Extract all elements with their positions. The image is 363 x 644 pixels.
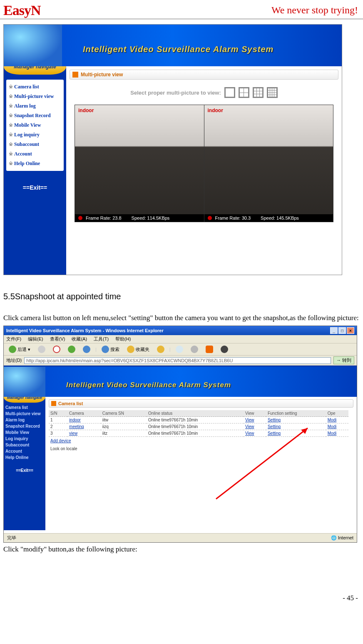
section-bar: Camera list: [49, 399, 353, 408]
sidebar-item-multi-picture[interactable]: Multi-picture view: [5, 411, 45, 417]
sidebar-item-mobile-view[interactable]: Mobile View: [5, 429, 45, 436]
section-title: Multi-picture view: [81, 72, 123, 78]
app-banner: Intelligent Video Surveillance Alarm Sys…: [4, 25, 342, 66]
record-icon: [208, 216, 212, 220]
cell-camsn: iizq: [101, 423, 147, 430]
modify-link[interactable]: Modi: [328, 431, 337, 436]
col-ope: Ope: [326, 410, 348, 417]
record-icon: [78, 216, 82, 220]
sidebar-item-alarm-log[interactable]: Alarm log: [5, 417, 45, 423]
cell-status: Online time976671h 10min: [147, 423, 244, 430]
stop-button[interactable]: [50, 344, 63, 354]
cell-sn: 2: [49, 423, 67, 430]
sidebar-item-account[interactable]: Account: [5, 448, 45, 454]
sidebar-item-subaccount[interactable]: Subaccount: [8, 140, 62, 149]
add-device: Add device: [50, 439, 352, 443]
search-button[interactable]: 搜索: [99, 344, 122, 354]
exit-button[interactable]: ==Exit==: [4, 184, 66, 191]
camera-link[interactable]: view: [69, 431, 77, 436]
view-link[interactable]: View: [245, 418, 254, 422]
table-row: 1 indoor iitw Online time976671h 10min V…: [49, 417, 348, 423]
table-row: 2 meeting iizq Online time976671h 10min …: [49, 423, 348, 430]
close-button[interactable]: ×: [347, 327, 354, 334]
section-icon: [72, 72, 78, 78]
menu-favorites[interactable]: 收藏(A): [72, 336, 87, 342]
cell-camsn: iitz: [101, 430, 147, 437]
menu-file[interactable]: 文件(F): [6, 336, 21, 342]
favorites-button[interactable]: 收藏夹: [124, 344, 152, 354]
taobao-button[interactable]: [203, 344, 216, 354]
sidebar-item-help-online[interactable]: Help Online: [8, 159, 62, 168]
sidebar-item-subaccount[interactable]: Subaccount: [5, 442, 45, 448]
setting-link[interactable]: Setting: [268, 431, 281, 436]
video-cell-2[interactable]: indoor Frame Rate: 30.3 Speed: 145.5KBps: [204, 105, 333, 222]
modify-link[interactable]: Modi: [328, 424, 337, 429]
history-button[interactable]: [154, 344, 167, 354]
modify-link[interactable]: Modi: [328, 418, 337, 422]
mail-button[interactable]: [173, 344, 186, 354]
paragraph-1: Click camera list button on left menu,se…: [3, 311, 360, 325]
menu-edit[interactable]: 编辑(E): [28, 336, 43, 342]
sidebar-item-camera-list[interactable]: Camera list: [5, 404, 45, 411]
back-icon: [9, 346, 16, 353]
sidebar-item-log-inquiry[interactable]: Log inquiry: [5, 436, 45, 442]
cell-camsn: iitw: [101, 417, 147, 423]
sidebar-menu: Camera list Multi-picture view Alarm log…: [6, 80, 64, 171]
setting-link[interactable]: Setting: [268, 418, 281, 422]
section-icon: [51, 401, 56, 406]
print-button[interactable]: [188, 344, 201, 354]
home-button[interactable]: [80, 344, 93, 354]
browser-content: Intelligent Video Surveillance Alarm Sys…: [4, 366, 357, 533]
stop-icon: [53, 346, 60, 353]
toolbar: 后退 ▾ | 搜索 收藏夹 |: [4, 343, 357, 356]
sidebar-item-mobile-view[interactable]: Mobile View: [8, 120, 62, 130]
paragraph-2: Click "modify" button,as the following p…: [3, 543, 360, 556]
select-label: Select proper multi-picture to view:: [130, 90, 221, 96]
minimize-button[interactable]: _: [330, 327, 338, 334]
maximize-button[interactable]: □: [338, 327, 346, 334]
url-field[interactable]: http://app.ipcam.hk/html/en/main.asp?sec…: [24, 357, 331, 364]
forward-button[interactable]: [35, 344, 48, 354]
sidebar-item-log-inquiry[interactable]: Log inquiry: [8, 130, 62, 140]
grid-1-button[interactable]: [224, 87, 235, 98]
refresh-button[interactable]: [65, 344, 78, 354]
setting-link[interactable]: Setting: [268, 424, 281, 429]
camera-label: indoor: [208, 108, 223, 113]
figure-camera-list-browser: Intelligent Video Surveillance Alarm Sys…: [3, 326, 357, 543]
mail-icon: [176, 346, 183, 353]
view-link[interactable]: View: [245, 424, 254, 429]
section-bar: Multi-picture view: [70, 70, 338, 80]
search-icon: [102, 346, 109, 353]
sidebar-item-snapshot-record[interactable]: Snapshot Record: [5, 423, 45, 429]
view-link[interactable]: View: [245, 431, 254, 436]
cell-status: Online time976671h 10min: [147, 417, 244, 423]
video-cell-1[interactable]: indoor Frame Rate: 23.8 Speed: 114.5KBps: [75, 105, 204, 222]
col-view: View: [244, 410, 266, 417]
menu-tools[interactable]: 工具(T): [94, 336, 109, 342]
grid-4-button[interactable]: [239, 87, 249, 98]
sidebar-item-snapshot-record[interactable]: Snapshot Record: [8, 111, 62, 120]
sidebar-item-alarm-log[interactable]: Alarm log: [8, 101, 62, 111]
exit-button[interactable]: ==Exit==: [5, 467, 45, 474]
status-right: 🌐 Internet: [331, 535, 353, 541]
address-label: 地址(D): [6, 357, 22, 363]
history-icon: [157, 346, 164, 353]
video-stats: Frame Rate: 30.3 Speed: 145.5KBps: [204, 214, 333, 222]
sidebar-item-camera-list[interactable]: Camera list: [8, 82, 62, 92]
go-button[interactable]: → 转到: [333, 356, 354, 364]
forward-icon: [38, 346, 45, 353]
menu-view[interactable]: 查看(V): [50, 336, 65, 342]
camera-link[interactable]: meeting: [69, 424, 84, 429]
menu-help[interactable]: 帮助(H): [115, 336, 131, 342]
grid-9-button[interactable]: [253, 87, 264, 98]
extra-button[interactable]: [218, 344, 231, 354]
sidebar-item-account[interactable]: Account: [8, 149, 62, 159]
table-row: 3 view iitz Online time976671h 10min Vie…: [49, 430, 348, 437]
sidebar-item-multi-picture[interactable]: Multi-picture view: [8, 92, 62, 101]
back-button[interactable]: 后退 ▾: [6, 344, 33, 354]
camera-link[interactable]: indoor: [69, 418, 81, 422]
add-device-link[interactable]: Add device: [50, 439, 71, 443]
camera-table: S/N Camera Camera SN Online status View …: [49, 410, 348, 437]
sidebar-item-help-online[interactable]: Help Online: [5, 454, 45, 461]
grid-16-button[interactable]: [267, 87, 278, 98]
